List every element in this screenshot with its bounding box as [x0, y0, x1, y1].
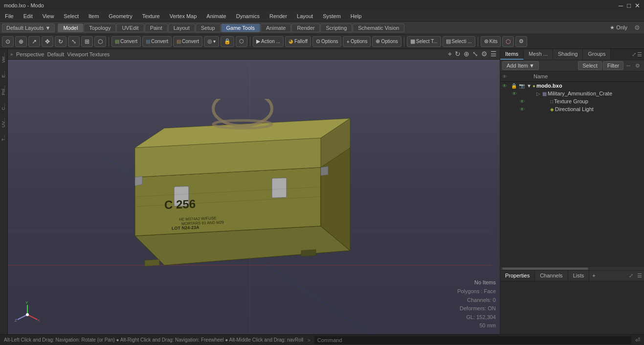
tool-icon-6[interactable]: ⤡ [68, 36, 80, 47]
menu-select[interactable]: Select [59, 12, 84, 20]
menu-system[interactable]: System [318, 12, 346, 20]
menu-edit[interactable]: Edit [19, 12, 38, 20]
tool-icon-4[interactable]: ✥ [42, 36, 53, 47]
items-toolbar-settings[interactable]: ⚙ [633, 62, 642, 70]
menu-dynamics[interactable]: Dynamics [231, 12, 265, 20]
shield-icon-btn[interactable]: ⬡ [236, 36, 247, 47]
selecti-btn[interactable]: ▤ Selecti ... [443, 36, 475, 47]
menu-render[interactable]: Render [265, 12, 292, 20]
select-t-btn[interactable]: ▦ Select T... [407, 36, 441, 47]
menu-view[interactable]: View [38, 12, 59, 20]
panel-menu-icon[interactable]: ☰ [637, 51, 642, 58]
tool-icon-5[interactable]: ↻ [55, 36, 67, 47]
add-item-btn[interactable]: Add Item ▼ [502, 61, 539, 70]
tab-gametools[interactable]: Game Tools [221, 23, 261, 32]
tab-uvedit[interactable]: UVEdit [116, 23, 144, 32]
vp-ctrl-menu[interactable]: ☰ [490, 50, 497, 58]
props-tab-add[interactable]: + [589, 271, 598, 281]
tree-item-light[interactable]: 👁 ◈ Directional Light [500, 105, 644, 113]
star-only-btn[interactable]: ★ Only [606, 23, 631, 32]
tool-icon-1[interactable]: ⊙ [2, 36, 14, 47]
tool-icon-7[interactable]: ⊞ [81, 36, 93, 47]
action-btn[interactable]: ▶ Action ... [253, 36, 284, 47]
kits-btn[interactable]: ⊛ Kits [481, 36, 501, 47]
props-tab-lists[interactable]: Lists [568, 271, 590, 281]
unreal-icon-btn[interactable]: ⬡ [502, 36, 514, 47]
tool-icon-2[interactable]: ⊕ [15, 36, 27, 47]
vp-perspective[interactable]: Perspective [16, 51, 44, 57]
vp-ctrl-rotate[interactable]: ↻ [455, 50, 461, 58]
vp-ctrl-zoom[interactable]: ⊕ [464, 50, 469, 58]
command-input[interactable] [314, 336, 631, 344]
falloff-btn[interactable]: ◕ Falloff [285, 36, 311, 47]
props-tab-channels[interactable]: Channels [535, 271, 568, 281]
tab-render[interactable]: Render [291, 23, 320, 32]
items-tab-items[interactable]: Items [500, 49, 524, 60]
command-submit-btn[interactable]: ⏎ [635, 337, 640, 344]
options-btn-3[interactable]: ⊕ Options [372, 36, 401, 47]
items-tab-groups[interactable]: Groups [583, 49, 611, 60]
convert-btn-3[interactable]: ▤ Convert [173, 36, 202, 47]
minimize-btn[interactable]: ─ [619, 2, 623, 9]
convert-btn-2[interactable]: ▤ Convert [142, 36, 172, 47]
props-tab-properties[interactable]: Properties [500, 271, 535, 281]
items-tab-shading[interactable]: Shading [553, 49, 583, 60]
expand-icon-modo[interactable]: ▼ [527, 83, 533, 89]
menu-geometry[interactable]: Geometry [104, 12, 137, 20]
tab-scripting[interactable]: Scripting [320, 23, 352, 32]
props-expand-icon[interactable]: ⤢ [627, 271, 635, 281]
tab-topology[interactable]: Topology [84, 23, 116, 32]
scrollbar-thumb[interactable] [502, 268, 588, 270]
ue-settings-btn[interactable]: ⚙ [515, 36, 527, 47]
tab-paint[interactable]: Paint [145, 23, 168, 32]
tree-item-modo[interactable]: 👁 🔒 📷 ▼ ● modo.bxo [500, 82, 644, 90]
vtab-c[interactable]: C... [0, 99, 7, 114]
items-scrollbar[interactable] [500, 266, 644, 270]
vp-collapse-icon[interactable]: ▸ [11, 51, 13, 57]
eye-icon-ammo[interactable]: 👁 [512, 91, 521, 96]
menu-animate[interactable]: Animate [201, 12, 231, 20]
settings-icon[interactable]: ⚙ [632, 24, 642, 31]
tab-model[interactable]: Model [58, 23, 83, 32]
props-menu-icon[interactable]: ☰ [635, 271, 644, 281]
menu-item[interactable]: Item [84, 12, 104, 20]
items-tab-mesh[interactable]: Mesh ... [524, 49, 553, 60]
vp-ctrl-settings[interactable]: ⚙ [481, 50, 488, 58]
tab-schematic[interactable]: Schematic Vision [353, 23, 404, 32]
mode-icon-btn[interactable]: ◎ ▾ [204, 36, 219, 47]
filter-btn[interactable]: Filter [603, 61, 623, 70]
select-btn[interactable]: Select [578, 61, 602, 70]
tab-layout[interactable]: Layout [168, 23, 195, 32]
items-toolbar-minus[interactable]: ─ [624, 62, 632, 69]
viewport-3d[interactable]: C 256 HE M374A2 W/FUSE MORTARS 81 AND M2… [8, 60, 500, 334]
vtab-e[interactable]: E... [0, 67, 7, 82]
convert-btn-1[interactable]: ▤ Convert [111, 36, 141, 47]
tree-item-ammo[interactable]: 👁 ▷ ▦ Military_Ammunition_Crate [500, 90, 644, 97]
tool-icon-3[interactable]: ↗ [28, 36, 40, 47]
vtab-ver[interactable]: Ver... [0, 49, 7, 67]
options-btn-1[interactable]: ⊙ Options [312, 36, 341, 47]
menu-vertexmap[interactable]: Vertex Map [165, 12, 202, 20]
vtab-uv[interactable]: UV... [0, 114, 7, 131]
eye-icon-modo[interactable]: 👁 [502, 83, 511, 89]
lock-icon-btn[interactable]: 🔒 [221, 36, 234, 47]
eye-icon-light[interactable]: 👁 [520, 107, 529, 112]
vp-default[interactable]: Default [47, 51, 64, 57]
eye-icon-texture[interactable]: 👁 [520, 99, 529, 104]
menu-layout[interactable]: Layout [292, 12, 318, 20]
panel-expand-icon[interactable]: ⤢ [632, 51, 636, 58]
vtab-t[interactable]: T... [0, 131, 7, 145]
default-layouts-dropdown[interactable]: Default Layouts ▼ [2, 23, 55, 32]
expand-icon-ammo[interactable]: ▷ [536, 91, 542, 96]
tab-animate[interactable]: Animate [261, 23, 291, 32]
menu-help[interactable]: Help [346, 12, 367, 20]
close-btn[interactable]: ✕ [635, 2, 640, 9]
vtab-pol[interactable]: Pol... [0, 81, 7, 99]
tool-icon-8[interactable]: ⬡ [94, 36, 106, 47]
maximize-btn[interactable]: □ [627, 2, 631, 9]
menu-file[interactable]: File [0, 12, 19, 20]
options-btn-2[interactable]: + Options [343, 36, 371, 47]
tree-item-texture[interactable]: 👁 □ Texture Group [500, 97, 644, 105]
vp-ctrl-fit[interactable]: ⤡ [472, 50, 478, 58]
tab-setup[interactable]: Setup [196, 23, 221, 32]
